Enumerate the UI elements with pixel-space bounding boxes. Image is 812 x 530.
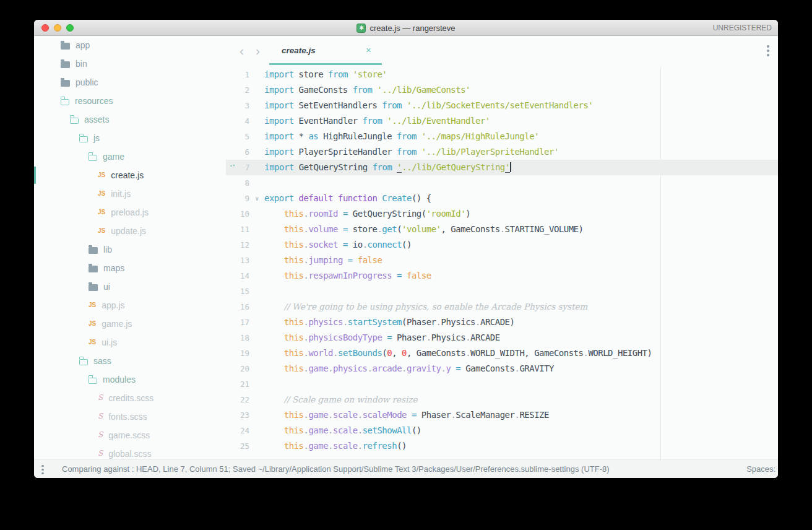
code-area[interactable]: 1import store from 'store'2import GameCo…	[226, 67, 778, 459]
sidebar-item-preload-js[interactable]: JSpreload.js	[34, 203, 226, 222]
code-line[interactable]: 18 this.physicsBodyType = Phaser.Physics…	[226, 330, 778, 345]
sidebar-item-game[interactable]: game	[34, 147, 226, 166]
sidebar-item-create-js[interactable]: JScreate.js	[34, 166, 226, 185]
sidebar-item-lib[interactable]: lib	[34, 240, 226, 259]
sidebar-item-ui-js[interactable]: JSui.js	[34, 333, 226, 352]
status-menu-icon[interactable]	[41, 463, 44, 476]
code-line[interactable]: 24 this.game.scale.setShowAll()	[226, 423, 778, 438]
fold-spacer	[249, 315, 264, 330]
sidebar-item-game-js[interactable]: JSgame.js	[34, 315, 226, 333]
sidebar-item-maps[interactable]: maps	[34, 259, 226, 277]
code-line[interactable]: 6import PlayerSpriteHandler from '../lib…	[226, 144, 778, 160]
nav-forward-icon[interactable]: ›	[256, 36, 260, 67]
folder-closed-icon	[61, 43, 70, 50]
scss-file-icon: S	[98, 393, 103, 402]
fold-spacer	[249, 222, 264, 237]
code-line[interactable]: 8	[226, 175, 778, 191]
code-line[interactable]: 3import SetEventHandlers from '../lib/So…	[226, 98, 778, 113]
sidebar-item-label: maps	[103, 263, 124, 273]
scss-file-icon: S	[98, 412, 103, 420]
selected-item-indicator	[34, 167, 36, 184]
fold-spacer	[249, 98, 264, 113]
gutter-spacer	[226, 438, 235, 454]
sidebar-item-app[interactable]: app	[34, 36, 226, 54]
scss-file-icon: S	[98, 430, 103, 439]
code-line[interactable]: 12 this.socket = io.connect()	[226, 237, 778, 253]
gutter-spacer	[226, 191, 235, 206]
line-number: 5	[235, 129, 249, 144]
sidebar-item-init-js[interactable]: JSinit.js	[34, 185, 226, 203]
title-bar[interactable]: ✱ create.js — rangersteve UNREGISTERED	[34, 20, 778, 36]
nav-back-icon[interactable]: ‹	[240, 36, 244, 67]
code-line[interactable]: 15	[226, 284, 778, 299]
code-line[interactable]: 9∨export default function Create() {	[226, 191, 778, 206]
sidebar-item-global-scss[interactable]: Sglobal.scss	[34, 445, 226, 459]
gutter-spacer	[226, 113, 235, 129]
code-line[interactable]: 19 this.world.setBounds(0, 0, GameConsts…	[226, 345, 778, 361]
sidebar-item-update-js[interactable]: JSupdate.js	[34, 222, 226, 240]
gutter-spacer	[226, 284, 235, 299]
code-line[interactable]: 2import GameConsts from '../lib/GameCons…	[226, 82, 778, 98]
gutter-spacer	[226, 222, 235, 237]
code-text: this.physics.startSystem(Phaser.Physics.…	[264, 315, 514, 330]
code-line[interactable]: 13 this.jumping = false	[226, 253, 778, 268]
tab-close-icon[interactable]: ×	[366, 36, 371, 65]
sidebar-item-label: public	[76, 77, 98, 87]
code-text: this.jumping = false	[264, 253, 382, 268]
gutter-spacer	[226, 376, 235, 392]
code-line[interactable]: 16 // We're going to be using physics, s…	[226, 299, 778, 315]
line-number: 15	[235, 284, 249, 299]
overflow-menu-icon[interactable]	[767, 43, 769, 58]
folder-closed-icon	[89, 247, 98, 254]
code-line[interactable]: 17 this.physics.startSystem(Phaser.Physi…	[226, 315, 778, 330]
scss-file-icon: S	[98, 449, 103, 458]
sidebar-item-sass[interactable]: sass	[34, 352, 226, 370]
code-line[interactable]: 20 this.game.physics.arcade.gravity.y = …	[226, 361, 778, 376]
code-line[interactable]: 5import * as HighRuleJungle from '../map…	[226, 129, 778, 144]
app-window: ✱ create.js — rangersteve UNREGISTERED a…	[34, 20, 778, 478]
code-line[interactable]: 4import EventHandler from '../lib/EventH…	[226, 113, 778, 129]
gutter-spacer	[226, 345, 235, 361]
code-line[interactable]: 25 this.game.scale.refresh()	[226, 438, 778, 454]
sidebar-item-ui[interactable]: ui	[34, 277, 226, 296]
sidebar-item-bin[interactable]: bin	[34, 54, 226, 73]
gutter-spacer	[226, 299, 235, 315]
code-line[interactable]: 10 this.roomId = GetQueryString('roomId'…	[226, 206, 778, 222]
sidebar-item-assets[interactable]: assets	[34, 110, 226, 129]
sidebar-item-resources[interactable]: resources	[34, 92, 226, 110]
line-number: 20	[235, 361, 249, 376]
sidebar-item-game-scss[interactable]: Sgame.scss	[34, 426, 226, 445]
line-number: 11	[235, 222, 249, 237]
code-line[interactable]: 22 // Scale game on window resize	[226, 392, 778, 407]
code-line[interactable]: 14 this.respawnInProgress = false	[226, 268, 778, 284]
code-line[interactable]: 21	[226, 376, 778, 392]
indentation-setting[interactable]: Spaces: 4	[746, 460, 778, 478]
gutter-spacer	[226, 268, 235, 284]
gutter-spacer	[226, 144, 235, 160]
gutter-mark-icon: ❛❜	[226, 160, 235, 175]
sidebar-item-fonts-scss[interactable]: Sfonts.scss	[34, 407, 226, 426]
code-line[interactable]: 11 this.volume = store.get('volume', Gam…	[226, 222, 778, 237]
fold-arrow-icon[interactable]: ∨	[249, 191, 264, 206]
gutter-spacer	[226, 253, 235, 268]
sidebar-item-modules[interactable]: modules	[34, 370, 226, 389]
code-text: this.game.scale.scaleMode = Phaser.Scale…	[264, 407, 549, 423]
code-line[interactable]: 1import store from 'store'	[226, 67, 778, 82]
code-line[interactable]: ❛❜7import GetQueryString from '../lib/Ge…	[226, 160, 778, 175]
js-file-icon: JS	[89, 339, 96, 345]
line-number: 4	[235, 113, 249, 129]
line-number: 14	[235, 268, 249, 284]
sidebar-item-credits-scss[interactable]: Scredits.scss	[34, 389, 226, 407]
sidebar-item-app-js[interactable]: JSapp.js	[34, 296, 226, 315]
status-bar: Comparing against : HEAD, Line 7, Column…	[34, 459, 778, 478]
sidebar-file-tree: appbinpublicresourcesassetsjsgameJScreat…	[34, 36, 226, 459]
code-text: this.game.scale.refresh()	[264, 438, 407, 454]
tab-create-js[interactable]: create.js ×	[269, 36, 382, 67]
code-text: import store from 'store'	[264, 67, 387, 82]
sidebar-item-public[interactable]: public	[34, 73, 226, 92]
sidebar-item-label: ui	[103, 282, 110, 292]
code-line[interactable]: 23 this.game.scale.scaleMode = Phaser.Sc…	[226, 407, 778, 423]
fold-spacer	[249, 407, 264, 423]
sidebar-item-js[interactable]: js	[34, 129, 226, 147]
fold-spacer	[249, 113, 264, 129]
